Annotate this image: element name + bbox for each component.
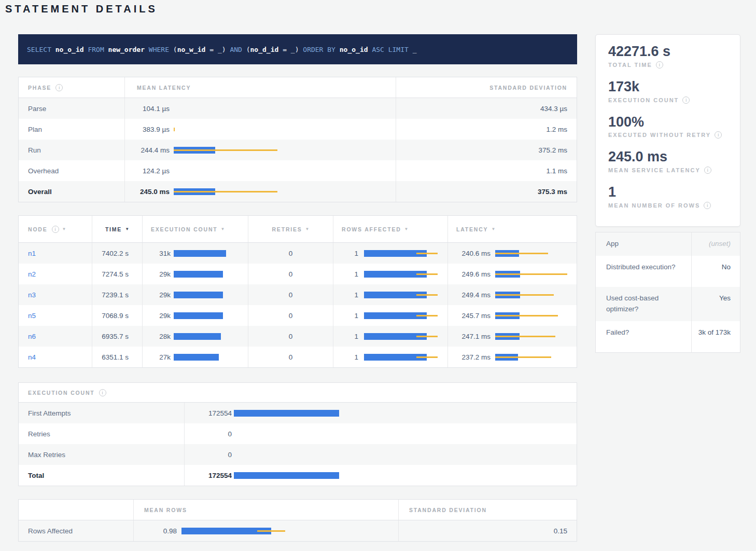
mean-latency-value: 104.1 µs (125, 105, 170, 113)
mean-rows-column-header: MEAN ROWS (144, 507, 187, 513)
node-row-n4: n46351.1 s27k01237.2 ms (19, 347, 577, 367)
node-time-value: 7274.5 s (92, 264, 143, 284)
node-link[interactable]: n2 (28, 270, 36, 278)
mean-latency-value: 244.4 ms (125, 146, 170, 154)
exec-count-value: 0 (185, 430, 232, 438)
node-latency-value: 237.2 ms (448, 353, 491, 361)
node-link[interactable]: n3 (28, 291, 36, 299)
stat-value: 1 (608, 184, 727, 201)
phase-label: Overhead (19, 160, 125, 181)
node-column-header[interactable]: NODE i ▼ (19, 216, 92, 242)
execution-count-column-header[interactable]: EXECUTION COUNT ▼ (143, 216, 248, 242)
mean-latency-value: 124.2 µs (125, 167, 170, 175)
latency-bar (174, 188, 396, 195)
exec-count-bar (174, 271, 248, 278)
stat-executed-without-retry: 100% EXECUTED WITHOUT RETRYi (608, 114, 727, 139)
node-link[interactable]: n4 (28, 353, 36, 361)
latency-bar (495, 250, 578, 257)
rows-affected-column-header[interactable]: ROWS AFFECTED ▼ (333, 216, 448, 242)
stat-execution-count: 173k EXECUTION COUNTi (608, 78, 727, 104)
node-row-n3: n37239.1 s29k01249.4 ms (19, 284, 577, 305)
sort-arrow-icon: ▼ (62, 227, 66, 231)
phase-label: Overall (19, 181, 125, 202)
info-icon[interactable]: i (715, 131, 722, 139)
exec-row-label: First Attempts (19, 403, 185, 423)
execution-count-table-header: EXECUTION COUNT i (19, 383, 577, 403)
phase-column-header: PHASE (28, 85, 51, 91)
node-retries-value: 0 (248, 243, 333, 264)
node-rows-affected-value: 1 (333, 312, 358, 320)
stat-value: 173k (608, 78, 727, 96)
stat-mean-number-of-rows: 1 MEAN NUMBER OF ROWSi (608, 184, 727, 209)
info-icon[interactable]: i (52, 226, 59, 233)
exec-count-bar (174, 250, 248, 257)
node-exec-count-value: 28k (143, 333, 171, 340)
deviation-tick (174, 128, 175, 131)
node-latency-value: 249.4 ms (448, 291, 491, 299)
stddev-bar (495, 356, 551, 358)
stddev-bar (495, 273, 567, 275)
count-bar (234, 410, 578, 417)
info-icon[interactable]: i (704, 167, 711, 174)
stat-value: 42271.6 s (608, 43, 727, 61)
attribute-value: Yes (692, 287, 740, 321)
sql-statement: SELECT no_o_id FROM new_order WHERE (no_… (27, 46, 417, 53)
phase-row-parse: Parse 104.1 µs 434.3 µs (19, 98, 577, 119)
attribute-row-cost-based-optimizer: Used cost-based optimizer? Yes (596, 287, 740, 321)
info-icon[interactable]: i (656, 61, 663, 68)
phase-row-run: Run 244.4 ms 375.2 ms (19, 140, 577, 160)
stddev-bar (416, 356, 438, 358)
latency-column-header[interactable]: LATENCY ▼ (448, 216, 578, 242)
stddev-bar (416, 294, 438, 296)
execution-count-title: EXECUTION COUNT (28, 390, 95, 396)
stddev-bar (416, 336, 438, 337)
attribute-row-app: App (unset) (596, 232, 740, 256)
info-icon[interactable]: i (704, 202, 711, 209)
latency-bar (174, 126, 396, 133)
node-rows-affected-value: 1 (333, 291, 358, 299)
attribute-label: App (596, 232, 692, 256)
phase-label: Run (19, 140, 125, 160)
node-rows-affected-value: 1 (333, 353, 358, 361)
node-link[interactable]: n1 (28, 250, 36, 257)
exec-count-bar-fill (174, 333, 221, 340)
retries-column-header[interactable]: RETRIES ▼ (248, 216, 333, 242)
exec-count-bar-fill (174, 250, 226, 257)
latency-bar (174, 168, 396, 174)
node-row-n2: n27274.5 s29k01249.6 ms (19, 264, 577, 284)
info-icon[interactable]: i (682, 97, 690, 104)
mean-rows-value: 0.98 (134, 527, 177, 535)
node-time-value: 6935.7 s (92, 326, 143, 347)
exec-row-first-attempts: First Attempts 172554 (19, 403, 577, 423)
stat-label: EXECUTED WITHOUT RETRY (608, 132, 711, 138)
phase-latency-table: PHASE i MEAN LATENCY STANDARD DEVIATION … (18, 77, 577, 202)
node-row-n5: n57068.9 s29k01245.7 ms (19, 305, 577, 326)
latency-bar (495, 312, 578, 319)
stddev-bar (416, 273, 438, 275)
attribute-label: Distributed execution? (596, 256, 692, 287)
info-icon[interactable]: i (99, 389, 106, 396)
statement-details-page: STATEMENT DETAILS SELECT no_o_id FROM ne… (0, 0, 756, 551)
phase-label: Plan (19, 119, 125, 140)
exec-row-retries: Retries 0 (19, 423, 577, 444)
attribute-label: Used cost-based optimizer? (596, 287, 692, 321)
latency-bar (495, 292, 578, 298)
count-bar-fill (234, 410, 339, 417)
stddev-bar (495, 253, 548, 254)
stat-value: 245.0 ms (608, 148, 727, 166)
exec-count-bar (174, 333, 248, 340)
node-latency-value: 245.7 ms (448, 312, 491, 320)
node-link[interactable]: n5 (28, 312, 36, 320)
time-column-header[interactable]: TIME ▼ (92, 216, 143, 242)
node-link[interactable]: n6 (28, 333, 36, 340)
mean-latency-column-header: MEAN LATENCY (125, 85, 191, 91)
latency-bar (495, 271, 578, 278)
info-icon[interactable]: i (55, 84, 63, 91)
sort-arrow-icon: ▼ (125, 227, 129, 231)
rows-affected-bar (364, 292, 447, 298)
node-latency-value: 247.1 ms (448, 333, 491, 340)
node-rows-affected-value: 1 (333, 333, 358, 340)
latency-bar (495, 354, 578, 361)
stddev-bar (257, 530, 285, 532)
stddev-value: 0.15 (399, 520, 578, 541)
